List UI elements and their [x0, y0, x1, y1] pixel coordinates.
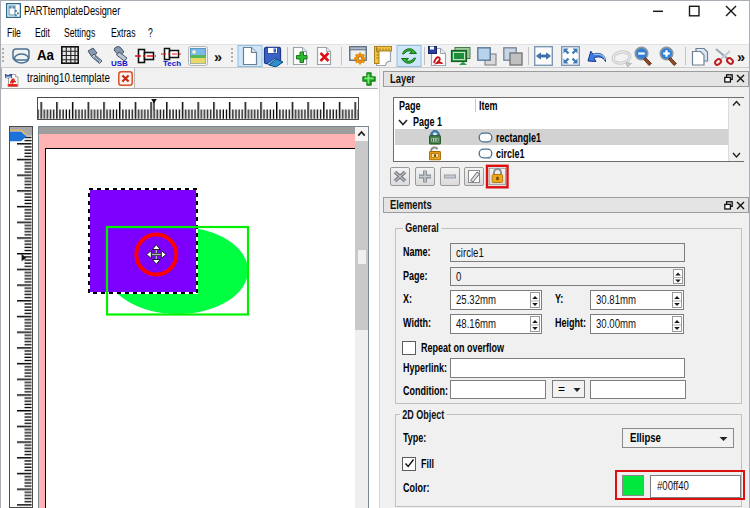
- svg-text:USB: USB: [111, 59, 128, 67]
- svg-text:»: »: [214, 49, 222, 65]
- svg-text:»: »: [737, 49, 745, 65]
- svg-text:Tech: Tech: [163, 59, 181, 67]
- svg-text:Aa: Aa: [37, 48, 54, 63]
